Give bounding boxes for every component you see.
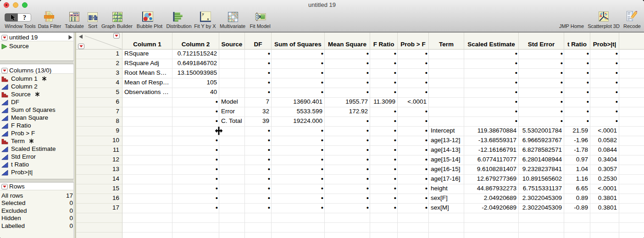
svg-text:?: ? xyxy=(23,14,26,21)
svg-text:x: x xyxy=(207,17,209,21)
svg-text:y: y xyxy=(202,12,204,16)
